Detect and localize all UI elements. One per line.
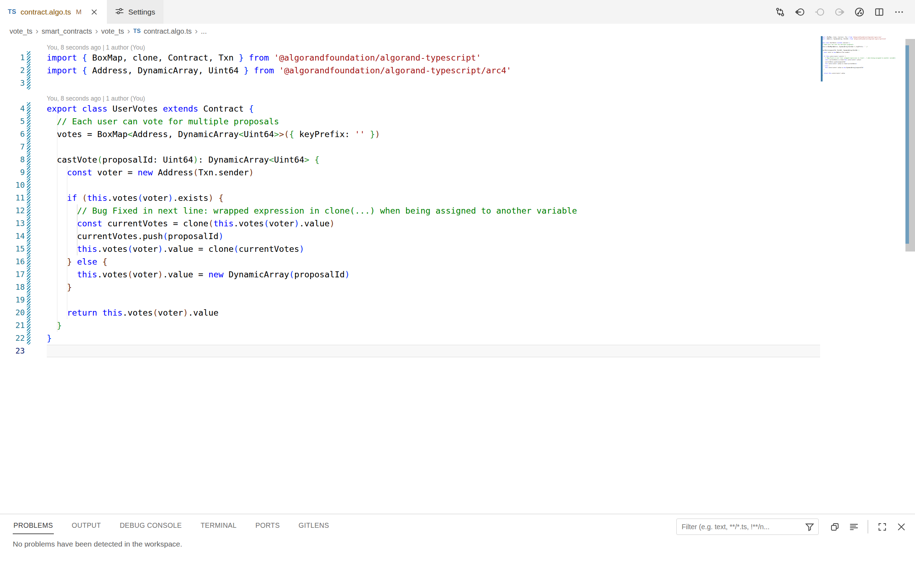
code-line-9[interactable]: 9 const voter = new Address(Txn.sender) <box>0 166 915 179</box>
more-actions-icon[interactable] <box>894 7 904 17</box>
line-number: 18 <box>0 281 25 294</box>
code-line-11[interactable]: 11 if (this.votes(voter).exists) { <box>0 192 915 204</box>
line-number: 3 <box>0 77 25 90</box>
line-number: 10 <box>0 179 25 192</box>
git-change-gutter-indicator <box>27 128 31 141</box>
git-change-gutter-indicator <box>27 255 31 268</box>
code-line-12[interactable]: 12 // Bug Fixed in next line: wrapped ex… <box>0 204 915 217</box>
chevron-right-icon: › <box>192 27 201 36</box>
settings-sliders-icon <box>115 7 124 17</box>
code-line-10[interactable]: 10 <box>0 179 915 192</box>
code-line-8[interactable]: 8 castVote(proposalId: Uint64): DynamicA… <box>0 153 915 166</box>
code-line-2[interactable]: 2import { Address, DynamicArray, Uint64 … <box>0 64 915 77</box>
breadcrumb-item[interactable]: vote_ts <box>101 27 124 36</box>
git-change-gutter-indicator <box>27 281 31 294</box>
breadcrumb-item[interactable]: smart_contracts <box>42 27 92 36</box>
code-line-13[interactable]: 13 const currentVotes = clone(this.votes… <box>0 217 915 230</box>
line-number: 1 <box>0 52 25 64</box>
indent-guide <box>67 166 68 319</box>
panel-tab-output[interactable]: OUTPUT <box>71 522 102 534</box>
code-line-21[interactable]: 21 } <box>0 319 915 332</box>
git-change-gutter-indicator <box>27 217 31 230</box>
code-line-7[interactable]: 7 <box>0 141 915 153</box>
code-line-3[interactable]: 3 <box>0 77 915 90</box>
code-line-6[interactable]: 6 votes = BoxMap<Address, DynamicArray<U… <box>0 128 915 141</box>
indent-guide <box>57 115 58 332</box>
toolbar-separator <box>868 520 868 533</box>
git-change-gutter-indicator <box>27 192 31 204</box>
code-line-19[interactable]: 19 <box>0 294 915 306</box>
tab-label: contract.algo.ts <box>21 8 71 16</box>
tab-settings[interactable]: Settings <box>107 0 163 24</box>
filter-funnel-icon[interactable] <box>804 522 815 532</box>
code-line-23[interactable]: 23 <box>0 345 915 357</box>
line-number: 20 <box>0 306 25 319</box>
panel-controls <box>676 519 907 535</box>
chevron-right-icon: › <box>32 27 42 36</box>
code-line-4[interactable]: 4export class UserVotes extends Contract… <box>0 102 915 115</box>
view-as-table-icon[interactable] <box>829 522 840 532</box>
code-line-18[interactable]: 18 } <box>0 281 915 294</box>
git-change-gutter-indicator <box>27 268 31 281</box>
code-line-17[interactable]: 17 this.votes(voter).value = new Dynamic… <box>0 268 915 281</box>
open-changes-icon[interactable] <box>775 7 785 17</box>
code-line-14[interactable]: 14 currentVotes.push(proposalId) <box>0 230 915 242</box>
next-change-icon[interactable] <box>834 7 845 17</box>
filter-input[interactable] <box>682 523 804 531</box>
minimap-change-indicator <box>821 36 823 81</box>
code-line-16[interactable]: 16 } else { <box>0 255 915 268</box>
split-editor-icon[interactable] <box>874 7 884 17</box>
panel-tab-debug-console[interactable]: DEBUG CONSOLE <box>119 522 182 534</box>
breadcrumb: vote_ts › smart_contracts › vote_ts › TS… <box>0 24 915 39</box>
line-number: 2 <box>0 64 25 77</box>
line-number: 5 <box>0 115 25 128</box>
line-number: 12 <box>0 204 25 217</box>
code-line-1[interactable]: 1import { BoxMap, clone, Contract, Txn }… <box>0 52 915 64</box>
collapse-all-icon[interactable] <box>849 522 859 532</box>
line-number: 11 <box>0 192 25 204</box>
code-editor[interactable]: You, 8 seconds ago | 1 author (You)1impo… <box>0 39 915 372</box>
git-change-gutter-indicator <box>27 141 31 153</box>
panel-tab-terminal[interactable]: TERMINAL <box>200 522 237 534</box>
git-change-gutter-indicator <box>27 332 31 345</box>
line-number: 14 <box>0 230 25 242</box>
line-number: 15 <box>0 242 25 255</box>
panel-tab-problems[interactable]: PROBLEMS <box>13 522 54 534</box>
minimap[interactable]: import { BoxMap, clone, Contract, Txn } … <box>821 36 898 89</box>
code-line-22[interactable]: 22} <box>0 332 915 345</box>
breadcrumb-item-file[interactable]: TS contract.algo.ts <box>133 27 192 36</box>
code-line-15[interactable]: 15 this.votes(voter).value = clone(curre… <box>0 242 915 255</box>
chevron-right-icon: › <box>124 27 133 36</box>
git-change-gutter-indicator <box>27 230 31 242</box>
commit-graph-icon[interactable] <box>854 7 865 17</box>
previous-change-icon[interactable] <box>815 7 825 17</box>
tab-contract-algo-ts[interactable]: TS contract.algo.ts M <box>0 0 107 24</box>
editor-tab-bar: TS contract.algo.ts M Settings <box>0 0 915 24</box>
codelens-annotation[interactable]: You, 8 seconds ago | 1 author (You) <box>0 39 915 52</box>
code-line-5[interactable]: 5 // Each user can vote for multiple pro… <box>0 115 915 128</box>
code-line-20[interactable]: 20 return this.votes(voter).value <box>0 306 915 319</box>
close-tab-icon[interactable] <box>89 7 99 17</box>
git-change-gutter-indicator <box>27 204 31 217</box>
line-number: 7 <box>0 141 25 153</box>
modified-badge: M <box>76 8 81 16</box>
problems-filter[interactable] <box>676 519 819 535</box>
line-number: 23 <box>0 345 25 357</box>
minimap-content: import { BoxMap, clone, Contract, Txn } … <box>821 36 898 80</box>
line-number: 17 <box>0 268 25 281</box>
typescript-file-icon: TS <box>8 8 16 16</box>
breadcrumb-item-symbol[interactable]: ... <box>201 27 207 36</box>
breadcrumb-item[interactable]: vote_ts <box>10 27 32 36</box>
panel-tab-ports[interactable]: PORTS <box>255 522 281 534</box>
maximize-panel-icon[interactable] <box>877 522 888 532</box>
indent-guide <box>77 204 77 255</box>
panel-tab-gitlens[interactable]: GITLENS <box>298 522 330 534</box>
line-number: 9 <box>0 166 25 179</box>
close-panel-icon[interactable] <box>896 522 907 532</box>
editor-actions-toolbar <box>775 0 915 24</box>
line-number: 19 <box>0 294 25 306</box>
line-number: 4 <box>0 102 25 115</box>
codelens-annotation[interactable]: You, 8 seconds ago | 1 author (You) <box>0 90 915 102</box>
open-previous-revision-icon[interactable] <box>795 7 805 17</box>
line-number: 8 <box>0 153 25 166</box>
